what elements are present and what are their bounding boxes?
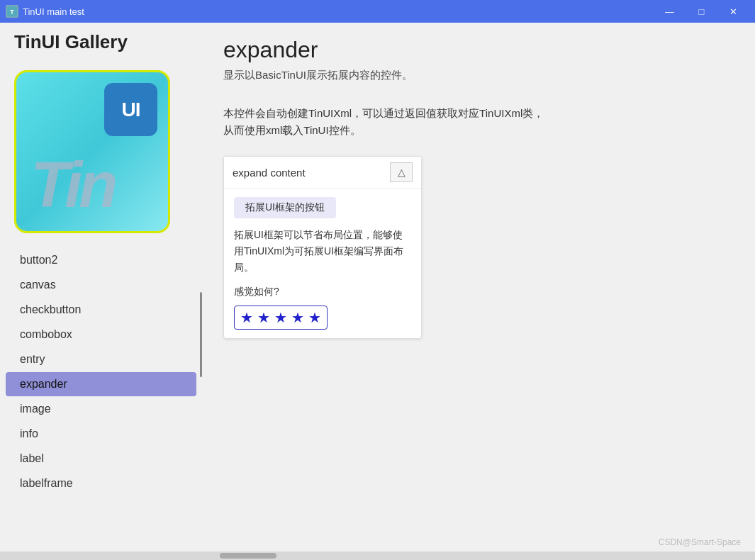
expander-content: 拓展UI框架的按钮 拓展UI框架可以节省布局位置，能够使用TinUIXml为可拓…	[224, 189, 421, 338]
watermark: CSDN@Smart-Space	[659, 537, 741, 547]
bottom-scrollbar[interactable]	[0, 551, 755, 560]
window-controls: — □ ✕	[654, 0, 749, 23]
star-5[interactable]: ★	[308, 309, 321, 326]
sidebar-item-image[interactable]: image	[6, 397, 196, 421]
logo-container: Tin UI	[14, 70, 170, 233]
expander-header[interactable]: expand content △	[224, 157, 421, 189]
sidebar: TinUI Gallery Tin UI button2 canvas chec…	[0, 23, 202, 551]
logo-tin-text: Tin	[30, 153, 114, 217]
star-3[interactable]: ★	[274, 309, 287, 326]
expander-widget: expand content △ 拓展UI框架的按钮 拓展UI框架可以节省布局位…	[223, 156, 422, 339]
expander-action-button[interactable]: 拓展UI框架的按钮	[234, 197, 336, 218]
page-title: expander	[223, 37, 734, 63]
main-content: TinUI Gallery Tin UI button2 canvas chec…	[0, 23, 755, 551]
sidebar-item-info[interactable]: info	[6, 422, 196, 446]
page-subtitle: 显示以BasicTinUI展示拓展内容的控件。	[223, 69, 734, 82]
star-2[interactable]: ★	[257, 309, 270, 326]
window-title: TinUI main test	[23, 6, 654, 17]
sidebar-item-label[interactable]: label	[6, 447, 196, 471]
stars-rating[interactable]: ★ ★ ★ ★ ★	[234, 306, 328, 330]
sidebar-item-labelframe[interactable]: labelframe	[6, 471, 196, 495]
sidebar-item-entry[interactable]: entry	[6, 347, 196, 371]
star-1[interactable]: ★	[240, 309, 253, 326]
nav-list: button2 canvas checkbutton combobox entr…	[0, 247, 202, 510]
right-panel: expander 显示以BasicTinUI展示拓展内容的控件。 本控件会自动创…	[202, 23, 755, 551]
app-icon: T	[6, 5, 18, 18]
sidebar-title: TinUI Gallery	[14, 31, 188, 53]
titlebar: T TinUI main test — □ ✕	[0, 0, 755, 23]
sidebar-scrollbar[interactable]	[200, 292, 202, 377]
expander-question-label: 感觉如何?	[234, 286, 411, 298]
sidebar-item-canvas[interactable]: canvas	[6, 273, 196, 297]
close-button[interactable]: ✕	[717, 0, 749, 23]
expander-toggle-button[interactable]: △	[390, 162, 413, 182]
maximize-button[interactable]: □	[686, 0, 717, 23]
sidebar-item-button2[interactable]: button2	[6, 248, 196, 272]
svg-text:T: T	[10, 9, 14, 16]
expander-header-text: expand content	[233, 167, 306, 179]
sidebar-item-checkbutton[interactable]: checkbutton	[6, 298, 196, 322]
logo-ui-text: UI	[122, 99, 140, 121]
logo-ui-badge: UI	[104, 83, 157, 136]
sidebar-header: TinUI Gallery	[0, 23, 202, 65]
star-4[interactable]: ★	[291, 309, 304, 326]
sidebar-item-expander[interactable]: expander	[6, 372, 196, 396]
page-description: 本控件会自动创建TinUIXml，可以通过返回值获取对应TinUIXml类，从而…	[223, 105, 734, 139]
bottom-scroll-thumb[interactable]	[220, 553, 276, 559]
sidebar-item-combobox[interactable]: combobox	[6, 323, 196, 347]
expander-content-text: 拓展UI框架可以节省布局位置，能够使用TinUIXml为可拓展UI框架编写界面布…	[234, 227, 411, 276]
minimize-button[interactable]: —	[654, 0, 686, 23]
